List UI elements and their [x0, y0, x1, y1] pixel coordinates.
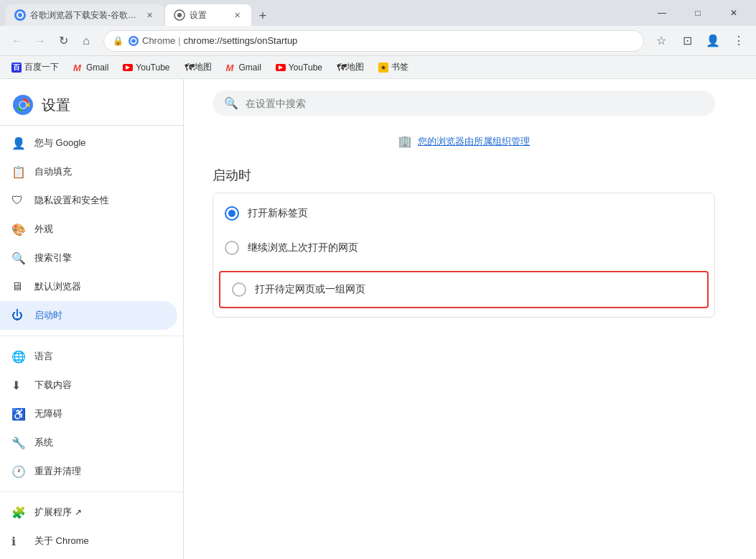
sidebar-mid-divider	[0, 336, 183, 336]
section-title: 启动时	[213, 167, 727, 184]
google-icon: 👤	[11, 137, 26, 150]
main-container: 设置 👤 您与 Google 📋 自动填充 🛡 隐私设置和安全性 🎨 外观 🔍 …	[0, 79, 756, 559]
new-tab-button[interactable]: +	[253, 6, 273, 26]
tab-1[interactable]: 谷歌浏览器下载安装-谷歌浏览... ✕	[6, 4, 164, 26]
bookmark-bookmarks[interactable]: ★ 书签	[373, 59, 414, 76]
option-continue-row[interactable]: 继续浏览上次打开的网页	[213, 231, 714, 265]
bookmark-youtube-2[interactable]: ▶ YouTube	[270, 59, 328, 76]
option-new-tab-label: 打开新标签页	[248, 207, 308, 220]
about-icon: ℹ	[11, 535, 26, 548]
sidebar-item-autofill[interactable]: 📋 自动填充	[0, 157, 177, 186]
reset-icon: 🕐	[11, 465, 26, 479]
chrome-logo-small	[128, 35, 139, 47]
bookmark-maps-2[interactable]: 🗺 地图	[331, 59, 370, 76]
tab2-favicon	[174, 9, 185, 21]
sidebar-top-divider	[0, 125, 183, 126]
sidebar-header: 设置	[0, 85, 183, 122]
sidebar-item-reset[interactable]: 🕐 重置并清理	[0, 457, 177, 486]
accessibility-icon: ♿	[11, 407, 26, 421]
tab2-title: 设置	[190, 9, 227, 22]
bookmark-maps-1[interactable]: 🗺 地图	[179, 59, 218, 76]
home-button[interactable]: ⌂	[75, 29, 98, 52]
sidebar-item-about[interactable]: ℹ 关于 Chrome	[0, 527, 177, 555]
option-new-tab-row[interactable]: 打开新标签页	[213, 196, 714, 231]
radio-continue[interactable]	[225, 241, 239, 255]
option-specific-row[interactable]: 打开待定网页或一组网页	[220, 272, 707, 307]
default-browser-icon: 🖥	[11, 280, 26, 293]
radio-new-tab[interactable]	[225, 206, 239, 221]
downloads-icon: ⬇	[11, 379, 26, 392]
settings-search-bar[interactable]: 🔍	[213, 91, 715, 116]
url-path: chrome://settings/onStartup	[183, 35, 297, 46]
option-continue-label: 继续浏览上次打开的网页	[248, 241, 358, 254]
tab-search-button[interactable]: ⊡	[676, 29, 699, 52]
youtube-icon-1: ▶	[123, 64, 133, 71]
bookmark-gmail-1[interactable]: M Gmail	[67, 59, 114, 76]
settings-search-input[interactable]	[246, 98, 704, 109]
minimize-button[interactable]: —	[645, 0, 678, 26]
sidebar-item-default-browser[interactable]: 🖥 默认浏览器	[0, 272, 177, 301]
external-link-icon: ↗	[75, 507, 82, 517]
url-prefix: Chrome	[142, 35, 175, 46]
lock-icon: 🔒	[113, 36, 123, 46]
sidebar-item-extensions[interactable]: 🧩 扩展程序 ↗	[0, 498, 177, 527]
content-area: 🔍 🏢 您的浏览器由所属组织管理 启动时 打开新标签页 继续浏览上次打开的网页	[184, 79, 756, 559]
url-separator: |	[178, 36, 180, 46]
sidebar-item-accessibility[interactable]: ♿ 无障碍	[0, 399, 177, 428]
org-managed-text: 您的浏览器由所属组织管理	[418, 135, 530, 148]
window-controls: — □ ✕	[645, 0, 750, 26]
nav-actions: ☆ ⊡ 👤 ⋮	[650, 29, 750, 52]
autofill-icon: 📋	[11, 165, 26, 179]
building-icon: 🏢	[398, 134, 412, 148]
option-specific-label: 打开待定网页或一组网页	[255, 283, 365, 296]
sidebar-item-startup[interactable]: ⏻ 启动时	[0, 301, 177, 330]
svg-point-10	[20, 102, 27, 108]
reload-button[interactable]: ↻	[52, 29, 75, 52]
gmail-icon-1: M	[73, 63, 83, 73]
sidebar-item-language[interactable]: 🌐 语言	[0, 342, 177, 371]
settings-search-icon: 🔍	[224, 96, 238, 110]
system-icon: 🔧	[11, 436, 26, 450]
sidebar-item-search[interactable]: 🔍 搜索引擎	[0, 244, 177, 272]
bookmark-gmail-2[interactable]: M Gmail	[220, 59, 267, 76]
search-engine-icon: 🔍	[11, 251, 26, 265]
sidebar-item-privacy[interactable]: 🛡 隐私设置和安全性	[0, 186, 177, 215]
bookmark-youtube-1[interactable]: ▶ YouTube	[117, 59, 175, 76]
maps-icon-2: 🗺	[337, 62, 347, 73]
bookmark-baidu[interactable]: 百 百度一下	[6, 59, 65, 76]
baidu-icon: 百	[11, 63, 22, 73]
profile-button[interactable]: 👤	[701, 29, 724, 52]
tab1-favicon	[14, 9, 26, 21]
language-icon: 🌐	[11, 350, 26, 364]
bookmark-star-icon: ★	[378, 63, 388, 73]
maximize-button[interactable]: □	[681, 0, 714, 26]
bookmarks-bar: 百 百度一下 M Gmail ▶ YouTube 🗺 地图 M Gmail ▶ …	[0, 56, 756, 79]
radio-new-tab-inner	[228, 210, 235, 217]
appearance-icon: 🎨	[11, 223, 26, 236]
startup-options-card: 打开新标签页 继续浏览上次打开的网页 打开待定网页或一组网页	[213, 193, 715, 318]
maps-icon-1: 🗺	[185, 62, 195, 73]
more-menu-button[interactable]: ⋮	[727, 29, 750, 52]
gmail-icon-2: M	[226, 63, 236, 73]
sidebar-title: 设置	[42, 96, 70, 115]
sidebar-item-appearance[interactable]: 🎨 外观	[0, 215, 177, 244]
close-button[interactable]: ✕	[717, 0, 750, 26]
titlebar: 谷歌浏览器下载安装-谷歌浏览... ✕ 设置 ✕ + — □ ✕	[0, 0, 756, 26]
tab-2[interactable]: 设置 ✕	[165, 4, 251, 26]
navbar: ← → ↻ ⌂ 🔒 Chrome | chrome://settings/onS…	[0, 26, 756, 56]
sidebar-bottom-divider	[0, 491, 183, 492]
org-managed-banner: 🏢 您的浏览器由所属组织管理	[213, 127, 715, 155]
bookmark-button[interactable]: ☆	[650, 29, 673, 52]
privacy-icon: 🛡	[11, 194, 26, 207]
forward-button[interactable]: →	[29, 29, 52, 52]
sidebar-item-system[interactable]: 🔧 系统	[0, 428, 177, 457]
back-button[interactable]: ←	[6, 29, 29, 52]
extensions-icon: 🧩	[11, 506, 26, 519]
tab2-close-button[interactable]: ✕	[231, 9, 243, 21]
sidebar-item-google[interactable]: 👤 您与 Google	[0, 129, 177, 157]
radio-specific[interactable]	[232, 282, 246, 297]
sidebar-item-downloads[interactable]: ⬇ 下载内容	[0, 371, 177, 399]
tab1-close-button[interactable]: ✕	[144, 9, 155, 21]
address-bar[interactable]: 🔒 Chrome | chrome://settings/onStartup	[103, 30, 644, 52]
youtube-icon-2: ▶	[276, 64, 286, 71]
